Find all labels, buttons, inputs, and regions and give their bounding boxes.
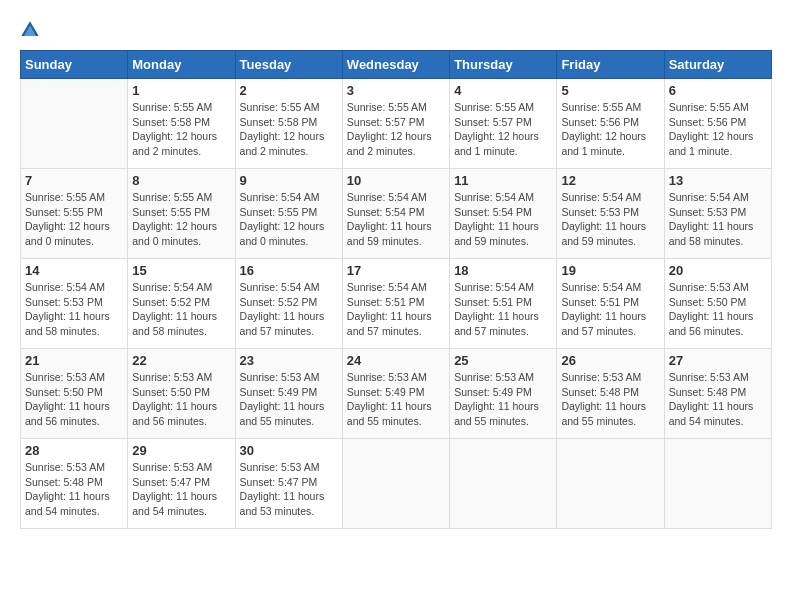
week-row-4: 21Sunrise: 5:53 AMSunset: 5:50 PMDayligh…: [21, 349, 772, 439]
calendar-cell: 23Sunrise: 5:53 AMSunset: 5:49 PMDayligh…: [235, 349, 342, 439]
calendar-cell: 26Sunrise: 5:53 AMSunset: 5:48 PMDayligh…: [557, 349, 664, 439]
day-info: Sunrise: 5:55 AMSunset: 5:55 PMDaylight:…: [25, 190, 123, 249]
calendar-cell: 14Sunrise: 5:54 AMSunset: 5:53 PMDayligh…: [21, 259, 128, 349]
day-number: 3: [347, 83, 445, 98]
calendar-cell: 4Sunrise: 5:55 AMSunset: 5:57 PMDaylight…: [450, 79, 557, 169]
day-info: Sunrise: 5:53 AMSunset: 5:50 PMDaylight:…: [25, 370, 123, 429]
calendar-cell: 13Sunrise: 5:54 AMSunset: 5:53 PMDayligh…: [664, 169, 771, 259]
day-info: Sunrise: 5:54 AMSunset: 5:51 PMDaylight:…: [561, 280, 659, 339]
day-number: 9: [240, 173, 338, 188]
day-number: 26: [561, 353, 659, 368]
calendar-cell: 21Sunrise: 5:53 AMSunset: 5:50 PMDayligh…: [21, 349, 128, 439]
calendar-cell: 1Sunrise: 5:55 AMSunset: 5:58 PMDaylight…: [128, 79, 235, 169]
day-info: Sunrise: 5:54 AMSunset: 5:55 PMDaylight:…: [240, 190, 338, 249]
day-info: Sunrise: 5:54 AMSunset: 5:53 PMDaylight:…: [561, 190, 659, 249]
day-info: Sunrise: 5:53 AMSunset: 5:50 PMDaylight:…: [132, 370, 230, 429]
calendar-cell: 8Sunrise: 5:55 AMSunset: 5:55 PMDaylight…: [128, 169, 235, 259]
day-info: Sunrise: 5:55 AMSunset: 5:56 PMDaylight:…: [669, 100, 767, 159]
calendar-cell: 5Sunrise: 5:55 AMSunset: 5:56 PMDaylight…: [557, 79, 664, 169]
calendar-cell: 6Sunrise: 5:55 AMSunset: 5:56 PMDaylight…: [664, 79, 771, 169]
calendar-header-row: SundayMondayTuesdayWednesdayThursdayFrid…: [21, 51, 772, 79]
day-number: 20: [669, 263, 767, 278]
header-saturday: Saturday: [664, 51, 771, 79]
day-info: Sunrise: 5:53 AMSunset: 5:47 PMDaylight:…: [240, 460, 338, 519]
day-info: Sunrise: 5:53 AMSunset: 5:48 PMDaylight:…: [25, 460, 123, 519]
calendar-cell: 3Sunrise: 5:55 AMSunset: 5:57 PMDaylight…: [342, 79, 449, 169]
day-number: 18: [454, 263, 552, 278]
week-row-5: 28Sunrise: 5:53 AMSunset: 5:48 PMDayligh…: [21, 439, 772, 529]
day-info: Sunrise: 5:55 AMSunset: 5:58 PMDaylight:…: [240, 100, 338, 159]
day-info: Sunrise: 5:55 AMSunset: 5:58 PMDaylight:…: [132, 100, 230, 159]
day-number: 15: [132, 263, 230, 278]
logo: [20, 20, 44, 40]
page-header: [20, 20, 772, 40]
day-number: 11: [454, 173, 552, 188]
header-tuesday: Tuesday: [235, 51, 342, 79]
week-row-2: 7Sunrise: 5:55 AMSunset: 5:55 PMDaylight…: [21, 169, 772, 259]
header-wednesday: Wednesday: [342, 51, 449, 79]
day-number: 27: [669, 353, 767, 368]
day-info: Sunrise: 5:54 AMSunset: 5:52 PMDaylight:…: [132, 280, 230, 339]
day-info: Sunrise: 5:53 AMSunset: 5:47 PMDaylight:…: [132, 460, 230, 519]
day-number: 23: [240, 353, 338, 368]
day-info: Sunrise: 5:55 AMSunset: 5:55 PMDaylight:…: [132, 190, 230, 249]
calendar-cell: 25Sunrise: 5:53 AMSunset: 5:49 PMDayligh…: [450, 349, 557, 439]
calendar-cell: 2Sunrise: 5:55 AMSunset: 5:58 PMDaylight…: [235, 79, 342, 169]
calendar-cell: 18Sunrise: 5:54 AMSunset: 5:51 PMDayligh…: [450, 259, 557, 349]
day-info: Sunrise: 5:54 AMSunset: 5:53 PMDaylight:…: [25, 280, 123, 339]
calendar-cell: [664, 439, 771, 529]
day-info: Sunrise: 5:53 AMSunset: 5:50 PMDaylight:…: [669, 280, 767, 339]
calendar-cell: 17Sunrise: 5:54 AMSunset: 5:51 PMDayligh…: [342, 259, 449, 349]
week-row-1: 1Sunrise: 5:55 AMSunset: 5:58 PMDaylight…: [21, 79, 772, 169]
calendar-cell: 11Sunrise: 5:54 AMSunset: 5:54 PMDayligh…: [450, 169, 557, 259]
day-number: 2: [240, 83, 338, 98]
day-number: 19: [561, 263, 659, 278]
day-number: 30: [240, 443, 338, 458]
day-info: Sunrise: 5:54 AMSunset: 5:54 PMDaylight:…: [347, 190, 445, 249]
calendar-cell: [342, 439, 449, 529]
day-number: 13: [669, 173, 767, 188]
calendar-cell: 19Sunrise: 5:54 AMSunset: 5:51 PMDayligh…: [557, 259, 664, 349]
day-number: 24: [347, 353, 445, 368]
day-info: Sunrise: 5:55 AMSunset: 5:57 PMDaylight:…: [347, 100, 445, 159]
day-info: Sunrise: 5:53 AMSunset: 5:48 PMDaylight:…: [561, 370, 659, 429]
day-number: 21: [25, 353, 123, 368]
day-info: Sunrise: 5:53 AMSunset: 5:49 PMDaylight:…: [240, 370, 338, 429]
day-number: 14: [25, 263, 123, 278]
day-number: 17: [347, 263, 445, 278]
calendar-cell: 12Sunrise: 5:54 AMSunset: 5:53 PMDayligh…: [557, 169, 664, 259]
day-number: 25: [454, 353, 552, 368]
day-number: 29: [132, 443, 230, 458]
calendar-cell: [21, 79, 128, 169]
calendar-cell: 7Sunrise: 5:55 AMSunset: 5:55 PMDaylight…: [21, 169, 128, 259]
calendar-cell: 20Sunrise: 5:53 AMSunset: 5:50 PMDayligh…: [664, 259, 771, 349]
calendar-cell: 22Sunrise: 5:53 AMSunset: 5:50 PMDayligh…: [128, 349, 235, 439]
calendar-cell: 28Sunrise: 5:53 AMSunset: 5:48 PMDayligh…: [21, 439, 128, 529]
day-info: Sunrise: 5:54 AMSunset: 5:51 PMDaylight:…: [347, 280, 445, 339]
day-number: 22: [132, 353, 230, 368]
day-number: 6: [669, 83, 767, 98]
calendar-table: SundayMondayTuesdayWednesdayThursdayFrid…: [20, 50, 772, 529]
day-info: Sunrise: 5:53 AMSunset: 5:49 PMDaylight:…: [347, 370, 445, 429]
day-info: Sunrise: 5:54 AMSunset: 5:51 PMDaylight:…: [454, 280, 552, 339]
calendar-cell: 15Sunrise: 5:54 AMSunset: 5:52 PMDayligh…: [128, 259, 235, 349]
day-number: 12: [561, 173, 659, 188]
calendar-cell: 29Sunrise: 5:53 AMSunset: 5:47 PMDayligh…: [128, 439, 235, 529]
day-number: 10: [347, 173, 445, 188]
calendar-cell: 27Sunrise: 5:53 AMSunset: 5:48 PMDayligh…: [664, 349, 771, 439]
day-number: 8: [132, 173, 230, 188]
day-info: Sunrise: 5:55 AMSunset: 5:56 PMDaylight:…: [561, 100, 659, 159]
day-number: 1: [132, 83, 230, 98]
week-row-3: 14Sunrise: 5:54 AMSunset: 5:53 PMDayligh…: [21, 259, 772, 349]
day-info: Sunrise: 5:54 AMSunset: 5:52 PMDaylight:…: [240, 280, 338, 339]
calendar-cell: 10Sunrise: 5:54 AMSunset: 5:54 PMDayligh…: [342, 169, 449, 259]
calendar-cell: [450, 439, 557, 529]
day-info: Sunrise: 5:54 AMSunset: 5:54 PMDaylight:…: [454, 190, 552, 249]
day-info: Sunrise: 5:53 AMSunset: 5:48 PMDaylight:…: [669, 370, 767, 429]
logo-icon: [20, 20, 40, 40]
calendar-cell: 24Sunrise: 5:53 AMSunset: 5:49 PMDayligh…: [342, 349, 449, 439]
day-info: Sunrise: 5:53 AMSunset: 5:49 PMDaylight:…: [454, 370, 552, 429]
day-number: 7: [25, 173, 123, 188]
calendar-cell: 16Sunrise: 5:54 AMSunset: 5:52 PMDayligh…: [235, 259, 342, 349]
calendar-cell: 30Sunrise: 5:53 AMSunset: 5:47 PMDayligh…: [235, 439, 342, 529]
